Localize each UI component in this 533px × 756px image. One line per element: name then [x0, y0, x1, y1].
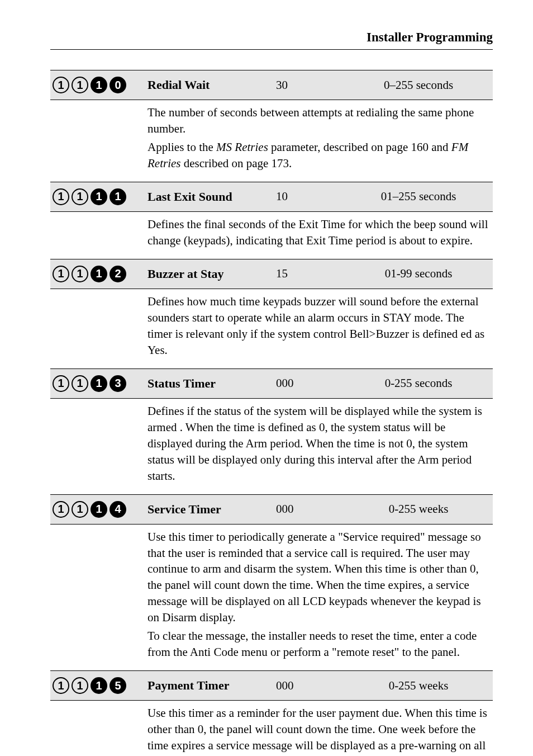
body-text: Defines if the status of the system will…: [147, 404, 482, 483]
code-digit: 1: [53, 677, 69, 694]
param-range: 0-255 seconds: [349, 376, 488, 390]
param-title: Redial Wait: [147, 78, 276, 92]
body-text: To clear the message, the installer need…: [147, 629, 477, 659]
param-range: 01-99 seconds: [349, 267, 488, 281]
header-title: Installer Programming: [367, 30, 493, 44]
param-entry: 1 1 1 5 Payment Timer 000 0-255 weeks Us…: [50, 670, 493, 756]
code-digit: 1: [72, 677, 88, 694]
body-text: parameter, described on page 160 and: [268, 140, 451, 154]
code-digit: 4: [110, 501, 126, 518]
body-text: Use this timer as a reminder for the use…: [147, 706, 487, 756]
param-header-row: 1 1 1 5 Payment Timer 000 0-255 weeks: [50, 671, 493, 701]
param-body: Use this timer as a reminder for the use…: [147, 701, 493, 756]
param-header-row: 1 1 1 1 Last Exit Sound 10 01–255 second…: [50, 182, 493, 212]
param-entry: 1 1 1 4 Service Timer 000 0-255 weeks Us…: [50, 494, 493, 671]
param-range: 01–255 seconds: [349, 190, 488, 204]
code-digit: 1: [110, 188, 126, 205]
body-text-italic: MS Retries: [216, 140, 268, 154]
param-code: 1 1 1 1: [53, 188, 147, 205]
code-digit: 1: [53, 188, 69, 205]
param-body: Defines the final seconds of the Exit Ti…: [147, 212, 493, 259]
body-text: Defines how much time keypads buzzer wil…: [147, 295, 484, 357]
code-digit: 1: [53, 266, 69, 282]
param-range: 0-255 weeks: [349, 679, 488, 693]
param-range: 0-255 weeks: [349, 502, 488, 516]
code-digit: 1: [72, 266, 88, 282]
param-default: 000: [276, 679, 349, 693]
param-code: 1 1 1 0: [53, 77, 147, 93]
code-digit: 5: [110, 677, 126, 694]
param-code: 1 1 1 4: [53, 501, 147, 518]
param-title: Payment Timer: [147, 678, 276, 693]
code-digit: 1: [91, 188, 107, 205]
code-digit: 1: [53, 77, 69, 93]
param-default: 15: [276, 267, 349, 281]
code-digit: 1: [91, 501, 107, 518]
param-default: 10: [276, 190, 349, 204]
param-entry: 1 1 1 1 Last Exit Sound 10 01–255 second…: [50, 182, 493, 259]
code-digit: 1: [53, 375, 69, 392]
page-header: Installer Programming: [50, 30, 493, 50]
code-digit: 1: [91, 677, 107, 694]
param-header-row: 1 1 1 2 Buzzer at Stay 15 01-99 seconds: [50, 259, 493, 289]
code-digit: 1: [91, 266, 107, 282]
param-default: 30: [276, 78, 349, 92]
code-digit: 3: [110, 375, 126, 392]
body-text: described on page 173.: [180, 157, 292, 170]
param-body: Defines how much time keypads buzzer wil…: [147, 289, 493, 368]
code-digit: 1: [72, 375, 88, 392]
code-digit: 1: [53, 501, 69, 518]
param-title: Buzzer at Stay: [147, 267, 276, 281]
param-body: Use this timer to periodically generate …: [147, 525, 493, 671]
code-digit: 1: [72, 77, 88, 93]
param-range: 0–255 seconds: [349, 78, 488, 92]
body-text: Applies to the: [147, 140, 216, 154]
param-title: Service Timer: [147, 502, 276, 517]
code-digit: 2: [110, 266, 126, 282]
param-entry: 1 1 1 2 Buzzer at Stay 15 01-99 seconds …: [50, 259, 493, 368]
param-entry: 1 1 1 3 Status Timer 000 0-255 seconds D…: [50, 368, 493, 494]
code-digit: 1: [91, 77, 107, 93]
body-text: The number of seconds between attempts a…: [147, 106, 474, 135]
body-text: Defines the final seconds of the Exit Ti…: [147, 218, 488, 247]
param-default: 000: [276, 376, 349, 390]
param-code: 1 1 1 2: [53, 266, 147, 282]
param-title: Last Exit Sound: [147, 190, 276, 204]
param-header-row: 1 1 1 4 Service Timer 000 0-255 weeks: [50, 495, 493, 525]
param-entry: 1 1 1 0 Redial Wait 30 0–255 seconds The…: [50, 70, 493, 182]
param-body: The number of seconds between attempts a…: [147, 100, 493, 182]
param-code: 1 1 1 5: [53, 677, 147, 694]
param-title: Status Timer: [147, 376, 276, 391]
code-digit: 1: [72, 501, 88, 518]
param-header-row: 1 1 1 0 Redial Wait 30 0–255 seconds: [50, 70, 493, 100]
code-digit: 0: [110, 77, 126, 93]
code-digit: 1: [72, 188, 88, 205]
body-text: Use this timer to periodically generate …: [147, 530, 481, 625]
param-code: 1 1 1 3: [53, 375, 147, 392]
param-default: 000: [276, 502, 349, 516]
code-digit: 1: [91, 375, 107, 392]
param-header-row: 1 1 1 3 Status Timer 000 0-255 seconds: [50, 369, 493, 399]
param-body: Defines if the status of the system will…: [147, 399, 493, 494]
